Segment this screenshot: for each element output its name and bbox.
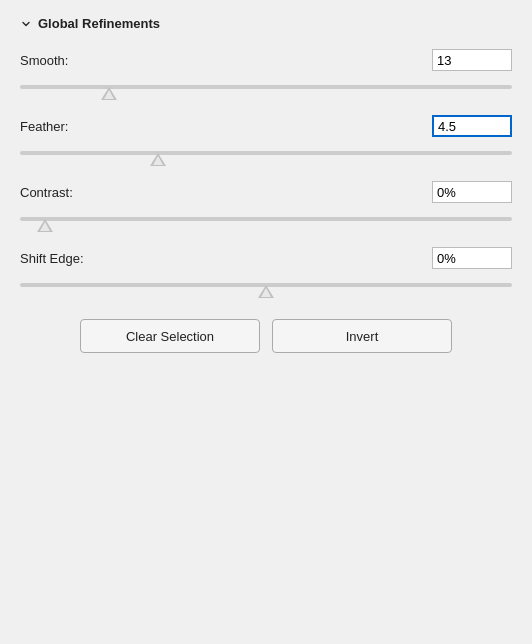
section-title: Global Refinements [38, 16, 160, 31]
smooth-track [20, 85, 512, 89]
contrast-input[interactable] [432, 181, 512, 203]
contrast-track [20, 217, 512, 221]
feather-label: Feather: [20, 119, 68, 134]
shift-edge-control: Shift Edge: [20, 247, 512, 295]
feather-track [20, 151, 512, 155]
smooth-row: Smooth: [20, 49, 512, 71]
section-header: Global Refinements [20, 16, 512, 31]
shift-edge-slider[interactable] [20, 275, 512, 295]
clear-selection-button[interactable]: Clear Selection [80, 319, 260, 353]
global-refinements-panel: Global Refinements Smooth: Feather: [0, 0, 532, 644]
feather-control: Feather: [20, 115, 512, 163]
feather-input[interactable] [432, 115, 512, 137]
shift-edge-track [20, 283, 512, 287]
shift-edge-thumb[interactable] [258, 283, 274, 299]
contrast-thumb[interactable] [37, 217, 53, 233]
shift-edge-input[interactable] [432, 247, 512, 269]
smooth-thumb[interactable] [101, 85, 117, 101]
smooth-slider[interactable] [20, 77, 512, 97]
collapse-chevron-icon[interactable] [20, 18, 32, 30]
feather-thumb[interactable] [150, 151, 166, 167]
feather-row: Feather: [20, 115, 512, 137]
invert-button[interactable]: Invert [272, 319, 452, 353]
shift-edge-label: Shift Edge: [20, 251, 84, 266]
smooth-label: Smooth: [20, 53, 68, 68]
contrast-row: Contrast: [20, 181, 512, 203]
shift-edge-row: Shift Edge: [20, 247, 512, 269]
feather-slider[interactable] [20, 143, 512, 163]
smooth-input[interactable] [432, 49, 512, 71]
contrast-slider[interactable] [20, 209, 512, 229]
contrast-control: Contrast: [20, 181, 512, 229]
smooth-control: Smooth: [20, 49, 512, 97]
contrast-label: Contrast: [20, 185, 73, 200]
buttons-row: Clear Selection Invert [20, 319, 512, 353]
